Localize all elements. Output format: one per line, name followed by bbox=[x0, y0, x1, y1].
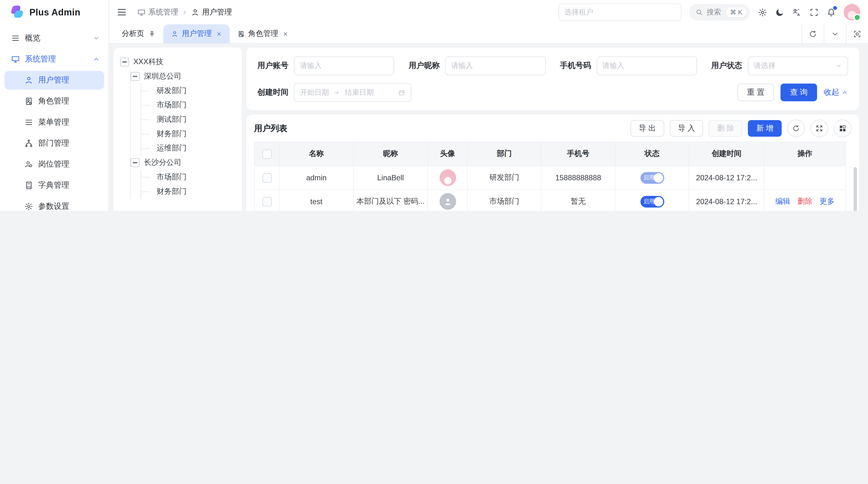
dark-mode-moon-icon[interactable] bbox=[775, 7, 784, 17]
content-fullscreen-button[interactable] bbox=[846, 24, 868, 43]
filter-account-label: 用户账号 bbox=[257, 61, 289, 71]
cell-nickname: 本部门及以下 密码... bbox=[353, 189, 428, 211]
breadcrumb-item-system[interactable]: 系统管理 bbox=[137, 7, 178, 17]
tree-collapse-toggle[interactable] bbox=[120, 58, 129, 67]
user-avatar[interactable] bbox=[844, 4, 860, 21]
sidebar-item-用户管理[interactable]: 用户管理 bbox=[4, 71, 104, 90]
tree-collapse-toggle[interactable] bbox=[131, 72, 140, 81]
row-select-cell bbox=[254, 166, 279, 190]
row-checkbox[interactable] bbox=[262, 173, 272, 182]
notifications-bell-icon[interactable] bbox=[827, 7, 836, 17]
tree-node-研发部门[interactable]: 研发部门 bbox=[141, 84, 235, 98]
cell-created: 2024-08-12 17:2... bbox=[689, 189, 764, 211]
expand-table-button[interactable] bbox=[810, 120, 828, 137]
menu-icon bbox=[24, 118, 33, 127]
sidebar-item-label: 系统管理 bbox=[25, 54, 56, 64]
filter-account: 用户账号 请输入 bbox=[257, 56, 395, 75]
tenant-select[interactable]: 选择租户 bbox=[558, 3, 681, 21]
tree-children: 市场部门财务部门 bbox=[141, 170, 235, 199]
cell-phone: 暂无 bbox=[541, 189, 615, 211]
user-icon bbox=[191, 8, 199, 16]
search-shortcut-badge: ⌘ K bbox=[725, 7, 747, 18]
sidebar-item-参数设置[interactable]: 参数设置 bbox=[4, 197, 104, 211]
search-query-button[interactable]: 查 询 bbox=[780, 84, 817, 101]
search-button[interactable]: 搜索 ⌘ K bbox=[689, 4, 750, 21]
refresh-tab-button[interactable] bbox=[802, 24, 824, 43]
sidebar-item-岗位管理[interactable]: 岗位管理 bbox=[4, 155, 104, 174]
sidebar-item-字典管理[interactable]: 字典管理 bbox=[4, 176, 104, 195]
tree-collapse-toggle[interactable] bbox=[131, 158, 140, 167]
sidebar-item-label: 字典管理 bbox=[38, 180, 69, 190]
tab-tools bbox=[802, 24, 868, 43]
expand-icon bbox=[815, 125, 823, 132]
tab-分析页[interactable]: 分析页 bbox=[114, 24, 163, 43]
tree-node-市场部门[interactable]: 市场部门 bbox=[141, 170, 235, 184]
breadcrumb-separator-icon bbox=[182, 9, 188, 15]
column-settings-button[interactable] bbox=[834, 120, 851, 137]
tab-menu-button[interactable] bbox=[824, 24, 846, 43]
tree-node-深圳总公司[interactable]: 深圳总公司 bbox=[131, 69, 235, 84]
cell-actions bbox=[764, 166, 845, 190]
menu-toggle-icon[interactable] bbox=[116, 7, 127, 18]
collapse-filters-link[interactable]: 收起 bbox=[824, 88, 848, 97]
right-column: 用户账号 请输入 用户昵称 请输入 手机号码 请输入 用户状态 请选择 bbox=[246, 47, 859, 211]
tree-node-市场部门[interactable]: 市场部门 bbox=[141, 98, 235, 112]
vertical-scrollbar[interactable] bbox=[854, 167, 857, 211]
pin-icon[interactable] bbox=[148, 30, 155, 37]
status-select[interactable]: 请选择 bbox=[748, 56, 848, 75]
tree-node-XXX科技[interactable]: XXX科技 bbox=[120, 55, 235, 69]
edit-link[interactable]: 编辑 bbox=[775, 197, 790, 205]
filter-nickname: 用户昵称 请输入 bbox=[409, 56, 546, 75]
tab-角色管理[interactable]: 角色管理 bbox=[229, 24, 296, 43]
table-title: 用户列表 bbox=[254, 123, 287, 134]
more-link[interactable]: 更多 bbox=[819, 197, 835, 205]
app-logo[interactable]: Plus Admin bbox=[0, 0, 108, 24]
row-checkbox[interactable] bbox=[262, 197, 272, 206]
role-icon bbox=[237, 30, 245, 37]
account-input[interactable]: 请输入 bbox=[294, 56, 394, 75]
phone-input[interactable]: 请输入 bbox=[596, 56, 697, 75]
department-tree-panel: XXX科技深圳总公司研发部门市场部门测试部门财务部门运维部门长沙分公司市场部门财… bbox=[114, 47, 242, 211]
add-button[interactable]: 新 增 bbox=[748, 120, 782, 137]
export-button[interactable]: 导 出 bbox=[630, 120, 664, 137]
sidebar-item-部门管理[interactable]: 部门管理 bbox=[4, 134, 104, 153]
tab-用户管理[interactable]: 用户管理 bbox=[163, 24, 229, 43]
sidebar-item-概览[interactable]: 概览 bbox=[4, 29, 104, 47]
delete-button[interactable]: 删 除 bbox=[709, 120, 743, 137]
tree-node-财务部门[interactable]: 财务部门 bbox=[141, 184, 235, 199]
import-button[interactable]: 导 入 bbox=[670, 120, 703, 137]
language-translate-icon[interactable]: 文A bbox=[792, 7, 802, 17]
tree-node-运维部门[interactable]: 运维部门 bbox=[141, 141, 235, 156]
arrow-right-icon bbox=[333, 89, 340, 96]
nickname-input[interactable]: 请输入 bbox=[445, 56, 546, 75]
tree-node-长沙分公司[interactable]: 长沙分公司 bbox=[131, 156, 235, 170]
column-header-操作: 操作 bbox=[764, 142, 845, 166]
cell-avatar bbox=[428, 189, 467, 211]
close-icon[interactable] bbox=[216, 31, 222, 37]
user-icon bbox=[171, 30, 178, 37]
reset-button[interactable]: 重 置 bbox=[738, 84, 774, 101]
date-range-picker[interactable]: 开始日期 结束日期 bbox=[294, 83, 411, 102]
sidebar-item-系统管理[interactable]: 系统管理 bbox=[4, 50, 104, 69]
header-actions: 选择租户 搜索 ⌘ K 文A bbox=[558, 3, 860, 21]
tree-node-测试部门[interactable]: 测试部门 bbox=[141, 112, 235, 127]
refresh-table-button[interactable] bbox=[787, 120, 805, 137]
tree-node-财务部门[interactable]: 财务部门 bbox=[141, 127, 235, 141]
select-all-checkbox[interactable] bbox=[262, 149, 272, 159]
sidebar-item-菜单管理[interactable]: 菜单管理 bbox=[4, 113, 104, 132]
close-icon[interactable] bbox=[282, 31, 288, 37]
sidebar-item-label: 用户管理 bbox=[38, 75, 69, 85]
sidebar-item-角色管理[interactable]: 角色管理 bbox=[4, 92, 104, 110]
breadcrumb-item-users[interactable]: 用户管理 bbox=[191, 7, 232, 17]
row-select-cell bbox=[254, 189, 279, 211]
content-fullscreen-icon bbox=[853, 30, 861, 38]
refresh-icon bbox=[809, 30, 817, 38]
status-toggle[interactable]: 启用 bbox=[640, 196, 664, 207]
status-toggle[interactable]: 启用 bbox=[640, 172, 664, 184]
filter-row-1: 用户账号 请输入 用户昵称 请输入 手机号码 请输入 用户状态 请选择 bbox=[257, 56, 848, 75]
chevron-down-icon bbox=[831, 30, 839, 38]
table-card-header: 用户列表 导 出 导 入 删 除 新 增 bbox=[246, 115, 859, 141]
delete-link[interactable]: 删除 bbox=[797, 197, 812, 205]
fullscreen-icon[interactable] bbox=[809, 7, 819, 17]
settings-gear-icon[interactable] bbox=[758, 7, 767, 17]
